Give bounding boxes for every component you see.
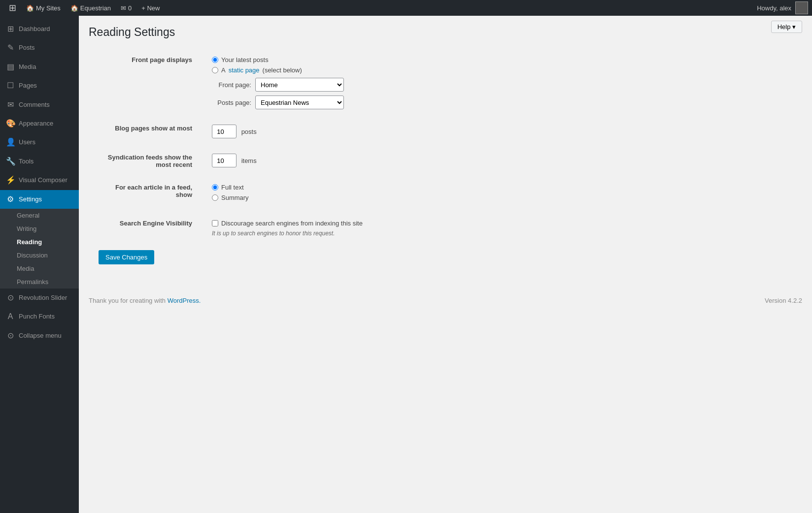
media-icon: ▤: [6, 62, 15, 72]
sidebar-item-revolution-slider[interactable]: ⊙ Revolution Slider: [0, 289, 79, 307]
my-sites-icon: 🏠: [26, 4, 34, 12]
sidebar-item-visual-composer[interactable]: ⚡ Visual Composer: [0, 171, 79, 190]
full-text-radio-label[interactable]: Full text: [212, 184, 792, 191]
sidebar-item-appearance-label: Appearance: [19, 119, 53, 128]
summary-radio[interactable]: [212, 194, 218, 201]
collapse-menu-icon: ⊙: [6, 330, 15, 341]
submenu-reading[interactable]: Reading: [0, 235, 79, 249]
static-page-radio[interactable]: [212, 67, 218, 73]
latest-posts-radio-label[interactable]: Your latest posts: [212, 56, 792, 64]
new-label: + New: [141, 4, 160, 12]
help-label: Help ▾: [778, 23, 796, 31]
save-changes-button[interactable]: Save Changes: [99, 250, 154, 264]
submenu-general[interactable]: General: [0, 209, 79, 222]
feed-article-label: For each article in a feed, show: [89, 176, 202, 212]
sidebar-item-posts[interactable]: ✎ Posts: [0, 38, 79, 57]
adminbar-comments[interactable]: ✉ 0: [116, 0, 136, 16]
full-text-label: Full text: [221, 184, 244, 191]
submenu-writing[interactable]: Writing: [0, 222, 79, 235]
search-engine-note: It is up to search engines to honor this…: [212, 230, 792, 237]
footer-thanks: Thank you for creating with WordPress.: [89, 297, 201, 304]
sidebar-item-appearance[interactable]: 🎨 Appearance: [0, 114, 79, 133]
footer-wp-link[interactable]: WordPress.: [168, 297, 201, 304]
sidebar-item-pages-label: Pages: [19, 81, 37, 90]
main-content: Help ▾ Reading Settings Front page displ…: [79, 16, 812, 513]
my-sites-label: My Sites: [36, 4, 61, 12]
sidebar-item-comments-label: Comments: [19, 100, 50, 109]
sidebar-item-dashboard[interactable]: ⊞ Dashboard: [0, 20, 79, 38]
layout: ⊞ Dashboard ✎ Posts ▤ Media ☐ Pages ✉ Co…: [0, 16, 812, 513]
blog-pages-show-row: Blog pages show at most 10 posts: [89, 117, 802, 146]
search-engine-checkbox-text: Discourage search engines from indexing …: [221, 220, 363, 227]
tools-icon: 🔧: [6, 156, 15, 167]
settings-table: Front page displays Your latest posts A …: [89, 49, 802, 244]
adminbar-wp-logo[interactable]: ⊞: [4, 0, 21, 16]
footer-version: Version 4.2.2: [765, 297, 802, 304]
visual-composer-icon: ⚡: [6, 175, 15, 186]
blog-pages-show-suffix: posts: [241, 128, 257, 135]
dashboard-icon: ⊞: [6, 24, 15, 34]
syndication-label: Syndication feeds show the most recent: [89, 146, 202, 176]
sidebar-item-users-label: Users: [19, 138, 35, 147]
sidebar-item-tools[interactable]: 🔧 Tools: [0, 152, 79, 171]
sidebar-item-comments[interactable]: ✉ Comments: [0, 96, 79, 114]
adminbar-new[interactable]: + New: [136, 0, 165, 16]
sidebar-item-visual-composer-label: Visual Composer: [19, 176, 68, 185]
latest-posts-label: Your latest posts: [221, 56, 269, 64]
submenu-discussion[interactable]: Discussion: [0, 249, 79, 262]
front-page-displays-cell: Your latest posts A static page (select …: [202, 49, 802, 117]
sidebar-item-settings[interactable]: ⚙ Settings: [0, 190, 79, 209]
full-text-radio[interactable]: [212, 184, 218, 191]
static-page-link[interactable]: static page: [229, 66, 260, 74]
front-page-displays-label: Front page displays: [89, 49, 202, 117]
pages-icon: ☐: [6, 80, 15, 91]
revolution-slider-icon: ⊙: [6, 292, 15, 303]
sidebar-item-tools-label: Tools: [19, 157, 34, 166]
users-icon: 👤: [6, 137, 15, 148]
submenu-reading-label: Reading: [17, 238, 42, 246]
submenu-media[interactable]: Media: [0, 262, 79, 275]
front-page-displays-row: Front page displays Your latest posts A …: [89, 49, 802, 117]
submenu-general-label: General: [17, 212, 39, 219]
latest-posts-radio[interactable]: [212, 57, 218, 63]
adminbar-my-sites[interactable]: 🏠 My Sites: [21, 0, 66, 16]
blog-pages-show-input[interactable]: 10: [212, 125, 237, 138]
static-page-radio-label[interactable]: A static page (select below): [212, 66, 792, 74]
front-page-select-label: Front page:: [212, 81, 251, 89]
syndication-row: Syndication feeds show the most recent i…: [89, 146, 802, 176]
syndication-input[interactable]: [212, 154, 237, 167]
front-page-select[interactable]: Home About Contact Blog: [255, 78, 344, 92]
posts-icon: ✎: [6, 42, 15, 53]
search-engine-checkbox[interactable]: [212, 220, 218, 226]
adminbar-site[interactable]: 🏠 Equestrian: [66, 0, 116, 16]
search-engine-checkbox-label[interactable]: Discourage search engines from indexing …: [212, 220, 792, 227]
search-engine-cell: Discourage search engines from indexing …: [202, 212, 802, 245]
page-title: Reading Settings: [89, 26, 802, 39]
settings-icon: ⚙: [6, 194, 15, 205]
posts-page-select[interactable]: Equestrian News Home About Blog: [255, 96, 344, 109]
sidebar-item-collapse-menu[interactable]: ⊙ Collapse menu: [0, 326, 79, 345]
posts-page-select-row: Posts page: Equestrian News Home About B…: [212, 96, 792, 109]
search-engine-label: Search Engine Visibility: [89, 212, 202, 245]
comments-nav-icon: ✉: [6, 99, 15, 110]
summary-radio-label[interactable]: Summary: [212, 194, 792, 201]
sidebar-item-pages[interactable]: ☐ Pages: [0, 76, 79, 95]
howdy-label: Howdy, alex: [757, 4, 791, 12]
sidebar-item-dashboard-label: Dashboard: [19, 25, 50, 33]
sidebar: ⊞ Dashboard ✎ Posts ▤ Media ☐ Pages ✉ Co…: [0, 16, 79, 513]
summary-label: Summary: [221, 194, 249, 201]
front-page-select-row: Front page: Home About Contact Blog: [212, 78, 792, 92]
sidebar-item-users[interactable]: 👤 Users: [0, 133, 79, 152]
sidebar-item-media[interactable]: ▤ Media: [0, 58, 79, 76]
blog-pages-show-cell: 10 posts: [202, 117, 802, 146]
sidebar-item-punch-fonts-label: Punch Fonts: [19, 312, 55, 321]
site-icon: 🏠: [70, 4, 78, 12]
sidebar-item-media-label: Media: [19, 63, 36, 71]
help-button[interactable]: Help ▾: [771, 21, 802, 33]
sidebar-item-collapse-menu-label: Collapse menu: [19, 331, 62, 340]
submenu-permalinks[interactable]: Permalinks: [0, 275, 79, 289]
feed-article-cell: Full text Summary: [202, 176, 802, 212]
sidebar-item-punch-fonts[interactable]: A Punch Fonts: [0, 307, 79, 326]
wp-logo-icon: ⊞: [9, 2, 16, 13]
blog-pages-show-label: Blog pages show at most: [89, 117, 202, 146]
